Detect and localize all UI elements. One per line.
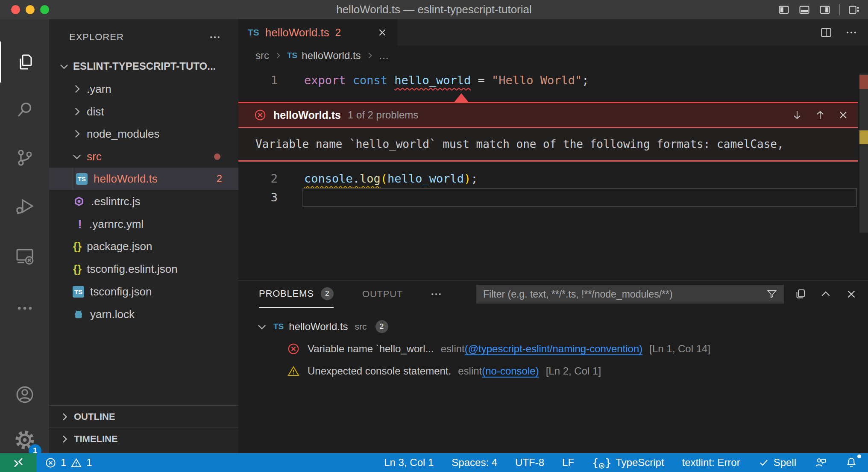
accounts-icon[interactable]	[0, 374, 49, 415]
code-token: =	[471, 74, 492, 87]
peek-header: helloWorld.ts 1 of 2 problems	[238, 103, 858, 128]
tree-item-yarn-lock[interactable]: yarn.lock	[49, 303, 238, 325]
tab-output[interactable]: OUTPUT	[362, 280, 403, 308]
tree-item-package-json[interactable]: {} package.json	[49, 235, 238, 257]
file-label: package.json	[87, 240, 152, 253]
filter-input[interactable]	[476, 289, 766, 300]
folder-label: .yarn	[87, 83, 111, 96]
peek-file-name: helloWorld.ts	[273, 109, 341, 121]
error-count: 1	[61, 457, 66, 469]
code-editor[interactable]: 1 export const hello_world = "Hello Worl…	[238, 65, 868, 280]
split-editor-icon[interactable]	[819, 26, 833, 39]
close-panel-icon[interactable]	[845, 288, 858, 301]
customize-layout-icon[interactable]	[847, 4, 860, 16]
status-bar: 1 1 Ln 3, Col 1 Spaces: 4 UTF-8 LF { } T…	[0, 453, 868, 472]
source-control-icon[interactable]	[0, 137, 49, 178]
cursor-position[interactable]: Ln 3, Col 1	[380, 453, 438, 472]
problem-source: eslint	[458, 365, 482, 377]
rule-link[interactable]: (@typescript-eslint/naming-convention)	[465, 343, 643, 355]
tree-item-tsconfig-eslint-json[interactable]: {} tsconfig.eslint.json	[49, 258, 238, 280]
textlint-status[interactable]: textlint: Error	[678, 453, 745, 472]
editor-group: TS helloWorld.ts 2 src TS helloWorld.ts	[238, 19, 868, 453]
eol-setting[interactable]: LF	[558, 453, 578, 472]
tree-item-node-modules-folder[interactable]: node_modules	[49, 123, 238, 145]
chevron-right-icon	[273, 51, 283, 60]
toggle-primary-sidebar-icon[interactable]	[777, 4, 790, 16]
tree-item-dist-folder[interactable]: dist	[49, 100, 238, 123]
toggle-secondary-sidebar-icon[interactable]	[818, 4, 831, 16]
code-line-2: console.log(hello_world);	[304, 169, 478, 188]
code-token: (	[381, 172, 387, 185]
tree-item-yarnrc[interactable]: ! .yarnrc.yml	[49, 213, 238, 235]
remote-indicator[interactable]	[0, 453, 36, 472]
close-peek-icon[interactable]	[837, 109, 849, 121]
code-token: )	[464, 172, 471, 185]
typescript-file-icon: TS	[248, 27, 259, 38]
explorer-more-icon[interactable]	[208, 31, 221, 44]
current-line-highlight	[302, 188, 857, 207]
chevron-right-icon	[59, 412, 70, 422]
tree-item-helloworld-file[interactable]: TS helloWorld.ts 2	[49, 168, 238, 190]
breadcrumb-file[interactable]: helloWorld.ts	[302, 50, 361, 62]
overview-error-marker	[859, 75, 868, 89]
outline-section-header[interactable]: OUTLINE	[49, 405, 238, 428]
encoding-setting[interactable]: UTF-8	[511, 453, 548, 472]
error-dot-badge	[214, 153, 220, 160]
line-number-active: 3	[238, 188, 281, 207]
problems-peek-widget: helloWorld.ts 1 of 2 problems Variable n…	[238, 102, 858, 162]
tab-problems[interactable]: PROBLEMS 2	[259, 280, 334, 308]
rule-link[interactable]: (no-console)	[482, 365, 539, 377]
timeline-section-header[interactable]: TIMELINE	[49, 428, 238, 450]
braces-status-icon: { }	[592, 457, 611, 469]
language-mode[interactable]: { } TypeScript	[588, 453, 669, 472]
next-problem-icon[interactable]	[791, 109, 803, 121]
editor-scrollbar[interactable]	[858, 65, 868, 280]
peek-pointer	[455, 93, 468, 102]
toggle-panel-icon[interactable]	[798, 4, 811, 16]
tree-item-yarn-folder[interactable]: .yarn	[49, 78, 238, 100]
problem-message: Unexpected console statement.	[308, 365, 451, 377]
spell-checker-status[interactable]: Spell	[754, 453, 801, 472]
panel-more-tabs-icon[interactable]	[430, 280, 443, 308]
tab-problems-badge: 2	[335, 27, 341, 38]
problems-count-badge: 2	[321, 287, 334, 300]
remote-explorer-icon[interactable]	[0, 236, 49, 277]
line-number: 2	[238, 169, 281, 188]
scrollbar-slider[interactable]	[859, 74, 868, 233]
maximize-panel-icon[interactable]	[819, 288, 832, 301]
line-number: 1	[238, 71, 281, 90]
chevron-right-icon	[71, 106, 82, 117]
tab-helloworld[interactable]: TS helloWorld.ts 2	[238, 19, 397, 46]
explorer-icon[interactable]	[0, 41, 49, 83]
editor-more-actions-icon[interactable]	[845, 26, 858, 39]
indentation-setting[interactable]: Spaces: 4	[447, 453, 501, 472]
typescript-file-icon: TS	[287, 51, 297, 60]
problems-summary[interactable]: 1 1	[41, 453, 97, 472]
peek-message-row[interactable]: Variable name `hello_world` must match o…	[238, 128, 858, 160]
problem-location: [Ln 1, Col 14]	[649, 343, 710, 355]
close-tab-icon[interactable]	[377, 27, 388, 38]
tree-root-folder[interactable]: ESLINT-TYPESCRIPT-TUTO...	[49, 55, 238, 77]
view-as-table-icon[interactable]	[794, 288, 806, 301]
tree-item-src-folder[interactable]: src	[49, 145, 238, 168]
problem-row-warning[interactable]: Unexpected console statement. eslint (no…	[238, 360, 868, 382]
previous-problem-icon[interactable]	[814, 109, 826, 121]
problems-file-group-row[interactable]: TS helloWorld.ts src 2	[238, 316, 868, 338]
breadcrumb-symbol-more[interactable]: …	[379, 50, 389, 62]
file-label: .eslintrc.js	[91, 195, 141, 208]
json-braces-icon: {}	[73, 240, 82, 253]
notifications-bell-icon[interactable]	[841, 453, 862, 472]
typescript-file-icon: TS	[73, 286, 84, 298]
search-icon[interactable]	[0, 89, 49, 130]
feedback-icon[interactable]	[810, 453, 831, 472]
breadcrumb-folder[interactable]: src	[255, 50, 269, 62]
run-debug-icon[interactable]	[0, 186, 49, 227]
group-file-path: src	[355, 322, 367, 332]
code-token-warning: console	[304, 172, 353, 185]
code-token-error: hello_world	[394, 74, 471, 87]
tree-item-tsconfig-json[interactable]: TS tsconfig.json	[49, 280, 238, 303]
more-actions-icon[interactable]	[0, 288, 49, 329]
filter-funnel-icon[interactable]	[766, 288, 778, 300]
tree-item-eslintrc[interactable]: .eslintrc.js	[49, 190, 238, 212]
problem-row-error[interactable]: Variable name `hello_worl... eslint (@ty…	[238, 338, 868, 360]
